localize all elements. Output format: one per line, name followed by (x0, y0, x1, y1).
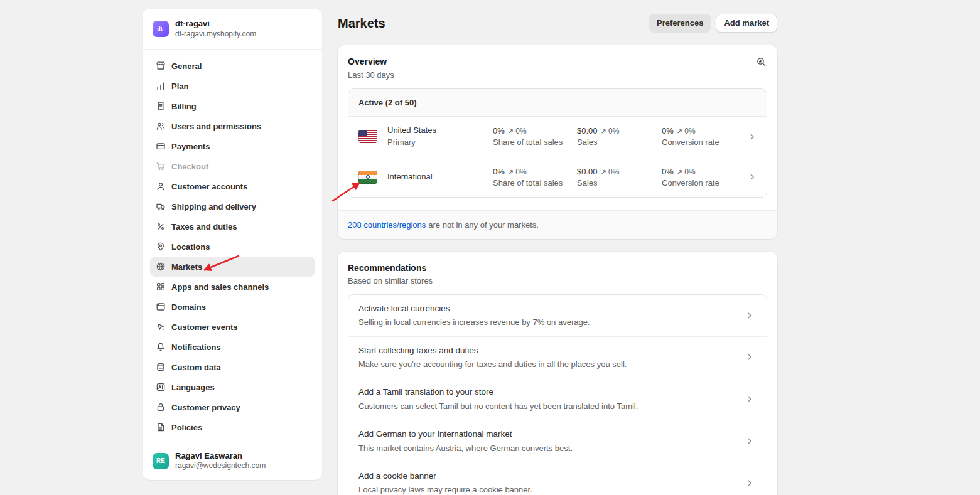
delta-arrow-icon: ↗ (677, 127, 682, 135)
store-name: dt-ragavi (175, 19, 256, 29)
rec-text: Start collecting taxes and duties Make s… (358, 344, 743, 371)
stat-value: $0.00 (577, 126, 598, 136)
delta-arrow-icon: ↗ (508, 127, 514, 135)
market-name: International (387, 171, 493, 183)
sidebar-item-checkout[interactable]: Checkout (150, 156, 315, 176)
privacy-lock-icon (155, 402, 166, 412)
sidebar-item-plan[interactable]: Plan (150, 76, 315, 96)
stat-conversion-rate: 0%↗ 0% Conversion rate (662, 167, 745, 188)
sidebar-item-label: Payments (171, 142, 210, 151)
sidebar-item-custom-data[interactable]: Custom data (150, 357, 315, 377)
add-market-button[interactable]: Add market (716, 14, 777, 33)
sidebar-item-locations[interactable]: Locations (150, 237, 315, 257)
stat-share-of-sales: 0%↗ 0% Share of total sales (493, 167, 577, 188)
store-domain: dt-ragavi.myshopify.com (175, 29, 256, 40)
plan-icon (155, 81, 166, 91)
rec-row-add-german[interactable]: Add German to your International market … (348, 420, 767, 462)
chevron-right-icon[interactable] (743, 353, 757, 361)
rec-description: Selling in local currencies increases re… (358, 317, 743, 328)
sidebar-item-payments[interactable]: Payments (150, 136, 315, 156)
stat-delta: 0% (608, 168, 619, 176)
rec-description: Local privacy laws may require a cookie … (358, 484, 743, 495)
sidebar-item-shipping-delivery[interactable]: Shipping and delivery (150, 196, 315, 216)
sidebar-item-markets[interactable]: Markets (150, 257, 315, 277)
sidebar-item-apps-sales-channels[interactable]: Apps and sales channels (150, 277, 315, 297)
sidebar-item-label: Notifications (171, 343, 221, 352)
sidebar-item-label: Users and permissions (171, 122, 261, 131)
rec-description: Make sure you're accounting for taxes an… (358, 359, 743, 370)
custom-data-database-icon (155, 362, 166, 372)
settings-sidebar: dt- dt-ragavi dt-ragavi.myshopify.com Ge… (143, 9, 322, 480)
sidebar-item-label: Policies (171, 423, 202, 432)
sidebar-item-notifications[interactable]: Notifications (150, 337, 315, 357)
overview-subtitle: Last 30 days (348, 70, 767, 80)
sidebar-item-general[interactable]: General (150, 56, 315, 76)
overview-title: Overview (348, 55, 767, 68)
overview-card-header: Overview Last 30 days (338, 45, 777, 79)
stat-label: Conversion rate (662, 178, 745, 188)
store-header: dt- dt-ragavi dt-ragavi.myshopify.com (143, 9, 322, 50)
sidebar-item-label: Locations (171, 242, 210, 252)
sidebar-item-customer-accounts[interactable]: Customer accounts (150, 176, 315, 196)
sidebar-item-label: Plan (171, 82, 188, 91)
stat-label: Sales (577, 178, 662, 188)
preferences-button[interactable]: Preferences (649, 14, 711, 33)
market-row-international[interactable]: International 0%↗ 0% Share of total sale… (348, 157, 767, 197)
sidebar-item-label: Apps and sales channels (171, 282, 269, 292)
store-icon (155, 61, 166, 71)
checkout-cart-icon (155, 161, 166, 171)
sidebar-item-label: Customer privacy (171, 403, 240, 412)
recommendations-card-header: Recommendations Based on similar stores (338, 252, 777, 285)
recommendations-title: Recommendations (348, 262, 767, 274)
sidebar-item-label: Custom data (171, 363, 221, 372)
countries-regions-link[interactable]: 208 countries/regions (348, 220, 426, 230)
user-name: Ragavi Easwaran (175, 451, 266, 462)
sidebar-item-label: Markets (171, 262, 202, 272)
sidebar-item-policies[interactable]: Policies (150, 417, 315, 437)
rec-title: Start collecting taxes and duties (358, 344, 743, 357)
notifications-bell-icon (155, 342, 166, 352)
us-flag-icon (358, 130, 377, 143)
sidebar-item-label: Customer accounts (171, 182, 247, 191)
customer-accounts-icon (155, 181, 166, 191)
stat-share-of-sales: 0%↗ 0% Share of total sales (493, 126, 577, 147)
header-actions: Preferences Add market (649, 14, 777, 33)
sidebar-item-taxes-duties[interactable]: Taxes and duties (150, 216, 315, 237)
chevron-right-icon[interactable] (743, 395, 757, 403)
chevron-right-icon[interactable] (745, 132, 759, 141)
chevron-right-icon[interactable] (743, 479, 757, 487)
rec-row-activate-local-currencies[interactable]: Activate local currencies Selling in loc… (348, 295, 767, 336)
view-report-icon[interactable] (752, 53, 770, 70)
rec-row-cookie-banner[interactable]: Add a cookie banner Local privacy laws m… (348, 462, 767, 495)
sidebar-item-label: General (171, 61, 202, 71)
customer-events-cursor-icon (155, 322, 166, 332)
active-markets-header: Active (2 of 50) (348, 89, 767, 117)
stat-label: Sales (577, 137, 662, 147)
rec-text: Activate local currencies Selling in loc… (358, 302, 743, 329)
sidebar-item-domains[interactable]: Domains (150, 297, 315, 317)
policies-document-icon (155, 422, 166, 432)
stat-value: 0% (662, 167, 674, 176)
chevron-right-icon[interactable] (743, 311, 757, 320)
store-avatar: dt- (153, 21, 169, 37)
stat-value: 0% (493, 126, 505, 136)
sidebar-item-customer-privacy[interactable]: Customer privacy (150, 397, 315, 417)
user-footer: RE Ragavi Easwaran ragavi@wedesigntech.c… (143, 442, 322, 480)
chevron-right-icon[interactable] (745, 173, 759, 181)
sidebar-item-users-permissions[interactable]: Users and permissions (150, 116, 315, 136)
apps-grid-icon (155, 282, 166, 292)
market-name-cell: International (387, 171, 493, 183)
sidebar-item-label: Billing (171, 102, 197, 111)
user-avatar: RE (153, 453, 169, 469)
sidebar-item-customer-events[interactable]: Customer events (150, 317, 315, 337)
market-row-united-states[interactable]: United States Primary 0%↗ 0% Share of to… (348, 117, 767, 157)
sidebar-item-billing[interactable]: Billing (150, 96, 315, 116)
rec-row-collect-taxes-duties[interactable]: Start collecting taxes and duties Make s… (348, 336, 767, 378)
rec-description: This market contains Austria, where Germ… (358, 443, 743, 454)
rec-title: Activate local currencies (358, 302, 743, 315)
rec-title: Add German to your International market (358, 428, 743, 440)
settings-nav: General Plan Billing Users and permissio… (143, 50, 322, 441)
rec-row-tamil-translation[interactable]: Add a Tamil translation to your store Cu… (348, 378, 767, 420)
sidebar-item-languages[interactable]: Languages (150, 377, 315, 397)
chevron-right-icon[interactable] (743, 437, 757, 445)
